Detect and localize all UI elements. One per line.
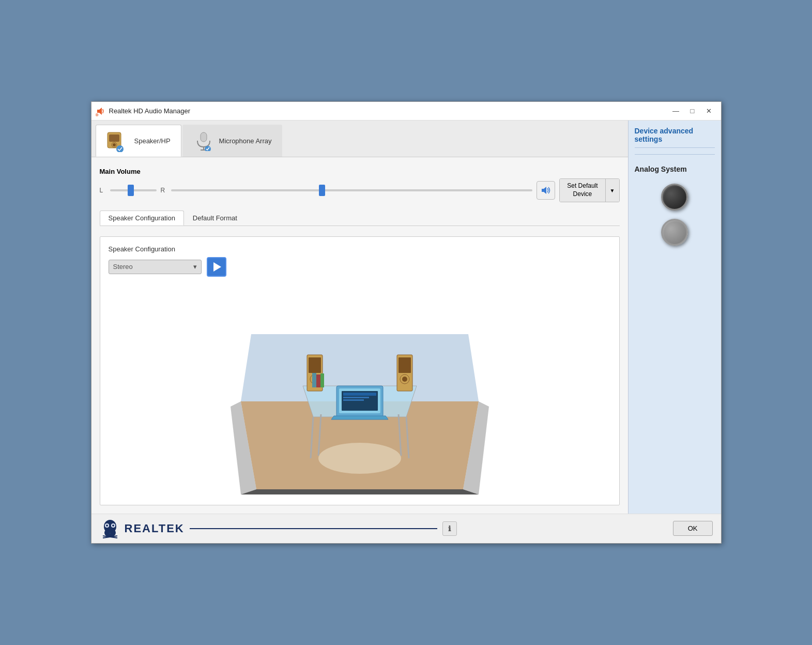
config-dropdown-arrow-icon: ▾ (193, 263, 197, 271)
volume-section: Main Volume L R (100, 166, 620, 204)
analog-knob-2[interactable] (661, 219, 688, 246)
realtek-logo-icon (100, 518, 120, 539)
svg-marker-11 (542, 187, 546, 194)
content-area: Main Volume L R (91, 157, 628, 513)
minimize-button[interactable]: — (668, 106, 684, 117)
room-illustration (231, 272, 489, 505)
realtek-logo: REALTEK (100, 518, 185, 539)
svg-point-13 (318, 443, 401, 474)
room-svg (231, 272, 489, 505)
set-default-label: Set Default Device (560, 179, 605, 201)
advanced-settings-title[interactable]: Device advanced settings (635, 127, 715, 148)
svg-rect-37 (343, 393, 376, 396)
config-dropdown-value: Stereo (113, 263, 133, 271)
speaker-tab-icon (106, 129, 129, 152)
mic-tab-icon (193, 130, 214, 151)
volume-slider[interactable] (171, 185, 533, 196)
realtek-brand-text: REALTEK (125, 522, 185, 535)
balance-slider[interactable] (110, 189, 157, 191)
dropdown-arrow-icon: ▼ (610, 188, 615, 193)
right-panel: Device advanced settings Analog System (628, 121, 721, 513)
left-panel: Speaker/HP Microphone Array (91, 121, 628, 513)
svg-point-1 (96, 113, 99, 116)
set-default-dropdown-arrow[interactable]: ▼ (606, 179, 619, 201)
volume-row: L R (100, 178, 620, 202)
info-button[interactable]: ℹ (442, 521, 457, 536)
svg-marker-40 (331, 416, 388, 419)
main-window: Realtek HD Audio Manager — □ ✕ (91, 101, 722, 543)
svg-point-47 (106, 524, 108, 527)
speaker-config-dropdown[interactable]: Stereo ▾ (109, 260, 202, 274)
window-title: Realtek HD Audio Manager (109, 107, 191, 115)
sub-tab-default-format[interactable]: Default Format (184, 211, 246, 226)
footer: REALTEK ℹ OK (91, 514, 721, 543)
svg-rect-28 (399, 357, 411, 373)
svg-rect-38 (343, 397, 369, 398)
svg-rect-32 (316, 374, 320, 387)
svg-rect-3 (109, 134, 119, 142)
maximize-button[interactable]: □ (685, 106, 700, 117)
tab-speaker[interactable]: Speaker/HP (96, 125, 181, 157)
footer-divider (190, 528, 437, 529)
config-section-label: Speaker Configuration (109, 245, 226, 253)
svg-rect-33 (320, 373, 324, 387)
speaker-icon (540, 185, 551, 196)
analog-system-title: Analog System (635, 165, 715, 173)
main-content: Speaker/HP Microphone Array (91, 121, 721, 513)
analog-knob-1[interactable] (661, 184, 688, 211)
svg-rect-24 (309, 357, 321, 373)
tab-mic[interactable]: Microphone Array (182, 125, 283, 157)
close-button[interactable]: ✕ (701, 106, 717, 117)
ok-button[interactable]: OK (673, 521, 713, 536)
svg-rect-7 (201, 132, 207, 142)
volume-label: Main Volume (100, 168, 620, 175)
svg-point-30 (402, 377, 407, 382)
tab-speaker-label: Speaker/HP (134, 137, 171, 145)
sub-tab-speaker-config[interactable]: Speaker Configuration (100, 211, 184, 226)
play-test-button[interactable] (207, 257, 226, 277)
title-bar: Realtek HD Audio Manager — □ ✕ (91, 102, 721, 121)
config-left: Speaker Configuration Stereo ▾ (109, 245, 226, 277)
tab-mic-label: Microphone Array (219, 137, 272, 145)
svg-point-48 (112, 524, 114, 527)
tabs-bar: Speaker/HP Microphone Array (91, 121, 628, 157)
lr-left-label: L (100, 187, 106, 194)
knob-container (635, 184, 715, 246)
sub-tabs: Speaker Configuration Default Format (100, 211, 620, 226)
app-icon (96, 106, 106, 116)
play-icon (213, 262, 221, 272)
set-default-button[interactable]: Set Default Device ▼ (559, 178, 619, 202)
speaker-config-panel: Speaker Configuration Stereo ▾ (100, 236, 620, 505)
lr-right-label: R (161, 187, 167, 194)
svg-rect-39 (343, 399, 364, 401)
mute-button[interactable] (537, 181, 555, 200)
title-bar-left: Realtek HD Audio Manager (96, 106, 191, 116)
svg-marker-14 (241, 489, 479, 494)
window-controls: — □ ✕ (668, 106, 717, 117)
svg-rect-31 (312, 373, 316, 387)
svg-point-5 (113, 143, 116, 146)
